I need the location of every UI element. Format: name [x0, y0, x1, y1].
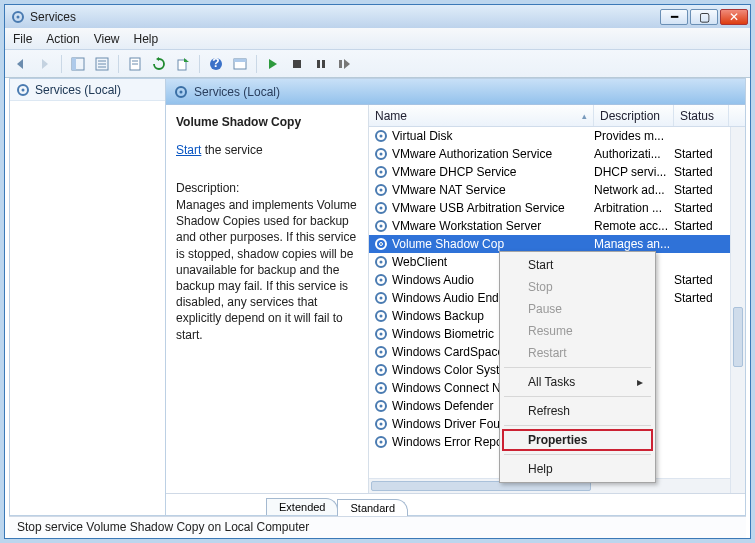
service-icon	[373, 129, 388, 144]
ctx-help[interactable]: Help	[502, 458, 653, 480]
service-name: Windows Error Repo	[392, 435, 503, 449]
svg-point-41	[379, 279, 382, 282]
separator	[504, 454, 651, 455]
menu-help[interactable]: Help	[134, 32, 159, 46]
service-icon	[373, 417, 388, 432]
service-icon	[373, 255, 388, 270]
svg-point-21	[22, 88, 25, 91]
service-row[interactable]: VMware DHCP ServiceDHCP servi...Started	[369, 163, 745, 181]
svg-point-27	[379, 153, 382, 156]
context-menu: Start Stop Pause Resume Restart All Task…	[499, 251, 656, 483]
properties-button[interactable]	[125, 54, 145, 74]
column-description[interactable]: Description	[594, 105, 674, 126]
svg-point-49	[379, 351, 382, 354]
help-button[interactable]: ?	[206, 54, 226, 74]
service-row[interactable]: VMware Authorization ServiceAuthorizati.…	[369, 145, 745, 163]
service-name: VMware NAT Service	[392, 183, 506, 197]
service-name: Windows Audio	[392, 273, 474, 287]
maximize-button[interactable]: ▢	[690, 9, 718, 25]
svg-rect-3	[72, 58, 76, 70]
ctx-all-tasks[interactable]: All Tasks▸	[502, 371, 653, 393]
service-name: Windows Audio End	[392, 291, 499, 305]
show-hide-tree-button[interactable]	[68, 54, 88, 74]
service-row[interactable]: Virtual DiskProvides m...	[369, 127, 745, 145]
separator	[504, 367, 651, 368]
svg-rect-15	[234, 59, 246, 62]
selected-service-title: Volume Shadow Copy	[176, 115, 358, 129]
export-button[interactable]	[173, 54, 193, 74]
start-service-button[interactable]	[263, 54, 283, 74]
service-status: Started	[674, 165, 729, 179]
console-button[interactable]	[230, 54, 250, 74]
service-name: Windows Biometric	[392, 327, 494, 341]
svg-point-37	[379, 243, 382, 246]
service-description: Provides m...	[594, 129, 674, 143]
minimize-button[interactable]: ━	[660, 9, 688, 25]
service-name: VMware Authorization Service	[392, 147, 552, 161]
service-name: Windows Connect N	[392, 381, 501, 395]
service-icon	[373, 381, 388, 396]
svg-text:?: ?	[212, 57, 219, 70]
titlebar: Services ━ ▢ ✕	[5, 5, 750, 28]
forward-button[interactable]	[35, 54, 55, 74]
service-icon	[373, 309, 388, 324]
svg-point-29	[379, 171, 382, 174]
svg-point-25	[379, 135, 382, 138]
close-button[interactable]: ✕	[720, 9, 748, 25]
menu-view[interactable]: View	[94, 32, 120, 46]
svg-point-1	[17, 15, 20, 18]
service-status: Started	[674, 183, 729, 197]
ctx-stop: Stop	[502, 276, 653, 298]
service-row[interactable]: VMware NAT ServiceNetwork ad...Started	[369, 181, 745, 199]
services-icon	[11, 10, 25, 24]
ctx-restart: Restart	[502, 342, 653, 364]
refresh-button[interactable]	[149, 54, 169, 74]
service-row[interactable]: VMware USB Arbitration ServiceArbitratio…	[369, 199, 745, 217]
svg-point-55	[379, 405, 382, 408]
service-status: Started	[674, 219, 729, 233]
separator	[61, 55, 62, 73]
right-pane: Services (Local) Volume Shadow Copy Star…	[166, 79, 745, 515]
vertical-scrollbar[interactable]	[730, 127, 745, 493]
start-service-link[interactable]: Start	[176, 143, 201, 157]
svg-rect-19	[339, 60, 342, 68]
ctx-start[interactable]: Start	[502, 254, 653, 276]
tab-extended[interactable]: Extended	[266, 498, 338, 515]
tree-item-services-local[interactable]: Services (Local)	[10, 79, 165, 101]
column-name[interactable]: Name▴	[369, 105, 594, 126]
service-description: Network ad...	[594, 183, 674, 197]
service-description: Remote acc...	[594, 219, 674, 233]
service-icon	[373, 273, 388, 288]
menu-action[interactable]: Action	[46, 32, 79, 46]
service-name: Virtual Disk	[392, 129, 452, 143]
menu-file[interactable]: File	[13, 32, 32, 46]
service-name: VMware Workstation Server	[392, 219, 541, 233]
start-suffix: the service	[201, 143, 262, 157]
service-status: Started	[674, 201, 729, 215]
client-area: Services (Local) Services (Local) Volume…	[9, 78, 746, 516]
service-icon	[373, 327, 388, 342]
ctx-refresh[interactable]: Refresh	[502, 400, 653, 422]
restart-service-button[interactable]	[335, 54, 355, 74]
column-headers: Name▴ Description Status	[369, 105, 745, 127]
pause-service-button[interactable]	[311, 54, 331, 74]
tree-pane: Services (Local)	[10, 79, 166, 515]
svg-point-51	[379, 369, 382, 372]
detail-pane: Volume Shadow Copy Start the service Des…	[166, 105, 368, 493]
list-button[interactable]	[92, 54, 112, 74]
column-status[interactable]: Status	[674, 105, 729, 126]
service-row[interactable]: VMware Workstation ServerRemote acc...St…	[369, 217, 745, 235]
service-status: Started	[674, 291, 729, 305]
tab-standard[interactable]: Standard	[337, 499, 408, 516]
list-pane: Name▴ Description Status Virtual DiskPro…	[368, 105, 745, 493]
svg-point-31	[379, 189, 382, 192]
stop-service-button[interactable]	[287, 54, 307, 74]
svg-point-45	[379, 315, 382, 318]
ctx-properties[interactable]: Properties	[502, 429, 653, 451]
back-button[interactable]	[11, 54, 31, 74]
service-name: Windows Defender	[392, 399, 493, 413]
ctx-pause: Pause	[502, 298, 653, 320]
service-icon	[373, 345, 388, 360]
service-description: Arbitration ...	[594, 201, 674, 215]
service-icon	[373, 165, 388, 180]
